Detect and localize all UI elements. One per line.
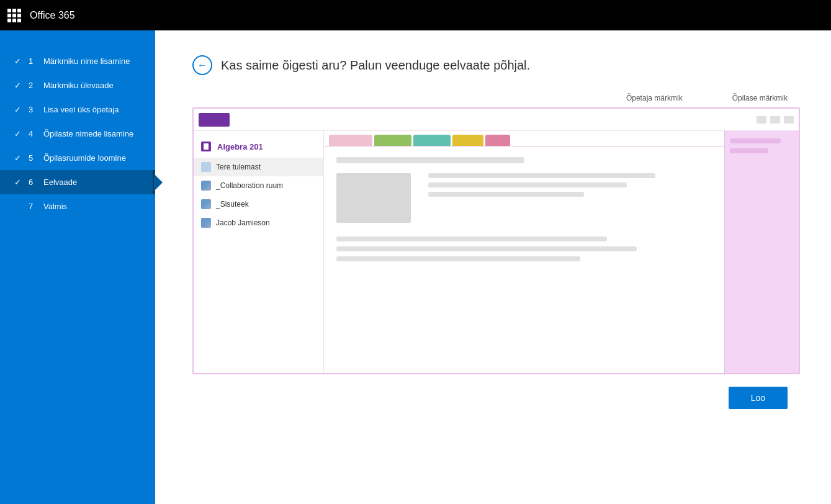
check-icon-2: ✓	[12, 81, 22, 90]
sidebar-item-3[interactable]: ✓ 3 Lisa veel üks õpetaja	[0, 97, 155, 122]
grid-icon[interactable]	[7, 9, 21, 22]
create-button[interactable]: Loo	[729, 387, 788, 409]
tab-teal[interactable]	[413, 135, 451, 146]
preview-text-lines	[428, 173, 712, 197]
preview-line-3	[428, 182, 627, 187]
preview-line-5	[336, 236, 607, 241]
preview-page-content	[324, 146, 724, 373]
section-icon-2	[201, 181, 211, 191]
section-icon-3	[201, 199, 211, 209]
preview-left-sidebar: Algebra 201 Tere tulemast _Collaboration…	[194, 131, 324, 373]
notebook-name-item[interactable]: Algebra 201	[194, 137, 323, 158]
back-button[interactable]: ←	[192, 55, 212, 75]
student-notebook-label: Õpilase märkmik	[732, 94, 788, 102]
tab-pink[interactable]	[329, 135, 372, 146]
preview-right-line-2	[730, 148, 768, 153]
content-area: ← Kas saime õigesti aru? Palun veenduge …	[155, 30, 831, 504]
check-icon-5: ✓	[12, 153, 22, 163]
preview-right-line-1	[730, 138, 781, 143]
labels-row: Õpetaja märkmik Õpilase märkmik	[192, 94, 800, 102]
sidebar-label-3: Lisa veel üks õpetaja	[43, 105, 119, 114]
sidebar-label-7: Valmis	[43, 202, 67, 211]
section-icon-1	[201, 162, 211, 172]
section-label-1: Tere tulemast	[216, 163, 261, 171]
sidebar-arrow	[154, 174, 163, 191]
tab-yellow[interactable]	[452, 135, 483, 146]
preview-purple-block	[199, 113, 230, 127]
check-icon-4: ✓	[12, 129, 22, 138]
check-icon-1: ✓	[12, 56, 22, 66]
sidebar-label-6: Eelvaade	[43, 178, 77, 187]
sidebar-item-4[interactable]: ✓ 4 Õpilaste nimede lisamine	[0, 122, 155, 146]
preview-container: Algebra 201 Tere tulemast _Collaboration…	[192, 107, 800, 374]
section-jacob[interactable]: Jacob Jamieson	[194, 214, 323, 232]
sidebar-item-2[interactable]: ✓ 2 Märkmiku ülevaade	[0, 73, 155, 97]
preview-win-btn-1	[757, 116, 766, 124]
tab-pink2[interactable]	[485, 135, 510, 146]
section-label-2: _Collaboration ruum	[216, 181, 283, 190]
preview-body: Algebra 201 Tere tulemast _Collaboration…	[194, 131, 799, 373]
preview-lower-lines	[336, 236, 712, 261]
preview-image-block	[336, 173, 411, 223]
section-sisuteek[interactable]: _Sisuteek	[194, 195, 323, 214]
sidebar-label-4: Õpilaste nimede lisamine	[43, 129, 133, 138]
preview-line-1	[336, 157, 524, 163]
sidebar-item-5[interactable]: ✓ 5 Õpilasruumide loomine	[0, 146, 155, 170]
sidebar-item-6[interactable]: ✓ 6 Eelvaade	[0, 170, 155, 194]
sidebar-label-5: Õpilasruumide loomine	[43, 153, 126, 163]
section-tere-tulemast[interactable]: Tere tulemast	[194, 158, 323, 176]
notebook-purple-icon	[201, 142, 211, 151]
sidebar-label-2: Märkmiku ülevaade	[43, 81, 114, 90]
sidebar-item-1[interactable]: ✓ 1 Märkmiku nime lisamine	[0, 49, 155, 73]
preview-win-btn-3	[784, 116, 794, 124]
preview-line-2	[428, 173, 655, 178]
preview-win-btn-2	[770, 116, 780, 124]
preview-line-6	[336, 246, 637, 251]
check-icon-3: ✓	[12, 105, 22, 114]
notebook-name: Algebra 201	[217, 142, 263, 151]
section-icon-4	[201, 218, 211, 228]
sidebar-label-1: Märkmiku nime lisamine	[43, 56, 130, 66]
topbar-title: Office 365	[30, 10, 75, 21]
preview-right-content	[725, 131, 799, 161]
main-layout: ✓ 1 Märkmiku nime lisamine ✓ 2 Märkmiku …	[0, 30, 831, 504]
topbar: Office 365	[0, 0, 831, 30]
sidebar-item-7[interactable]: ✓ 7 Valmis	[0, 194, 155, 218]
preview-right-panel	[724, 131, 799, 373]
section-label-4: Jacob Jamieson	[216, 218, 270, 227]
section-label-3: _Sisuteek	[216, 200, 249, 209]
preview-line-7	[336, 256, 580, 261]
preview-topbar	[194, 109, 799, 131]
page-heading: Kas saime õigesti aru? Palun veenduge ee…	[221, 58, 530, 73]
section-collaboration[interactable]: _Collaboration ruum	[194, 176, 323, 195]
preview-main-content	[324, 131, 724, 373]
preview-tabs	[324, 131, 724, 146]
preview-window-buttons	[757, 116, 794, 124]
sidebar: ✓ 1 Märkmiku nime lisamine ✓ 2 Märkmiku …	[0, 30, 155, 504]
bottom-row: Loo	[192, 387, 800, 409]
header-row: ← Kas saime õigesti aru? Palun veenduge …	[192, 55, 800, 75]
check-icon-6: ✓	[12, 178, 22, 187]
preview-line-4	[428, 192, 584, 197]
teacher-notebook-label: Õpetaja märkmik	[626, 94, 683, 102]
tab-green[interactable]	[374, 135, 411, 146]
